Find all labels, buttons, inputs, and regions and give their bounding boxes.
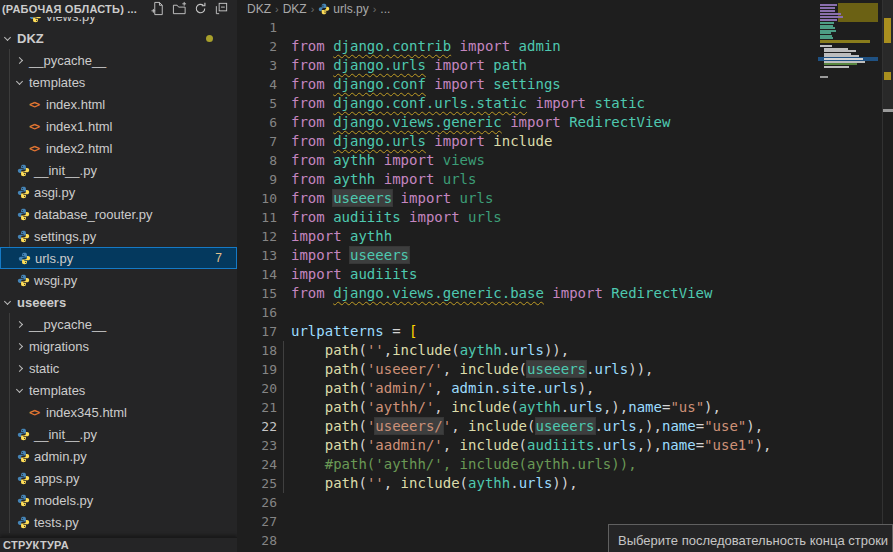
line-number[interactable]: 1 — [237, 18, 277, 37]
tree-item-wsgi-py[interactable]: wsgi.py — [0, 269, 237, 291]
code-token: include — [460, 437, 519, 453]
line-number[interactable]: 27 — [237, 512, 277, 531]
code-line-25[interactable]: path('', include(aythh.urls)), — [291, 474, 578, 493]
line-number[interactable]: 18 — [237, 341, 277, 360]
code-line-20[interactable]: path('admin/', admin.site.urls), — [291, 379, 595, 398]
tree-item-dkz[interactable]: DKZ — [0, 27, 237, 49]
code-line-6[interactable]: from django.views.generic import Redirec… — [291, 113, 670, 132]
code-line-15[interactable]: from django.views.generic.base import Re… — [291, 284, 712, 303]
tree-item-label: admin.py — [34, 449, 87, 464]
tree-item-admin-py[interactable]: admin.py — [0, 445, 237, 467]
collapse-all-icon[interactable] — [214, 1, 229, 16]
tree-item--init-py[interactable]: __init__.py — [0, 423, 237, 445]
breadcrumb-item--[interactable]: ... — [380, 2, 390, 16]
line-number[interactable]: 3 — [237, 56, 277, 75]
line-number[interactable]: 15 — [237, 284, 277, 303]
code-line-5[interactable]: from django.conf.urls.static import stat… — [291, 94, 645, 113]
minimap-bar — [820, 22, 834, 24]
overview-ruler-scrollbar[interactable] — [883, 0, 893, 552]
code-token: import — [291, 266, 350, 282]
tree-item-static[interactable]: static — [0, 357, 237, 379]
code-line-9[interactable]: from aythh import urls — [291, 170, 476, 189]
line-number[interactable]: 8 — [237, 151, 277, 170]
line-number[interactable]: 22 — [237, 417, 277, 436]
code-token: aythh — [350, 228, 392, 244]
tree-item-index345-html[interactable]: <>index345.html — [0, 401, 237, 423]
tree-item-database-roouter-py[interactable]: database_roouter.py — [0, 203, 237, 225]
code-token: . — [586, 361, 594, 377]
line-number[interactable]: 14 — [237, 265, 277, 284]
line-number[interactable]: 7 — [237, 132, 277, 151]
code-line-14[interactable]: import audiiits — [291, 265, 417, 284]
tree-item-useeers[interactable]: useeers — [0, 291, 237, 313]
tree-item-settings-py[interactable]: settings.py — [0, 225, 237, 247]
code-token: 'aythh/' — [367, 399, 434, 415]
line-number[interactable]: 4 — [237, 75, 277, 94]
editor-pane: DKZ›DKZ› urls.py›... 1234567891011121314… — [237, 0, 893, 552]
code-line-2[interactable]: from django.contrib import admin — [291, 37, 561, 56]
code-token: '' — [367, 475, 384, 491]
line-number[interactable]: 11 — [237, 208, 277, 227]
line-number[interactable]: 10 — [237, 189, 277, 208]
code-token: django.views.generic — [333, 114, 502, 130]
code-line-23[interactable]: path('aadmin/', include(audiiits.urls,),… — [291, 436, 772, 455]
tree-item-templates[interactable]: templates — [0, 379, 237, 401]
line-number[interactable]: 2 — [237, 37, 277, 56]
tree-item-index2-html[interactable]: <>index2.html — [0, 137, 237, 159]
outline-section-header[interactable]: СТРУКТУРА — [0, 537, 237, 552]
line-number[interactable]: 26 — [237, 493, 277, 512]
code-line-13[interactable]: import useeers — [291, 246, 409, 265]
tree-item-asgi-py[interactable]: asgi.py — [0, 181, 237, 203]
code-line-7[interactable]: from django.urls import include — [291, 132, 552, 151]
code-line-8[interactable]: from aythh import views — [291, 151, 485, 170]
tree-item-index-html[interactable]: <>index.html — [0, 93, 237, 115]
tree-item-index1-html[interactable]: <>index1.html — [0, 115, 237, 137]
line-number[interactable]: 24 — [237, 455, 277, 474]
tree-item-tests-py[interactable]: tests.py — [0, 511, 237, 533]
code-line-10[interactable]: from useeers import urls — [291, 189, 493, 208]
line-number[interactable]: 17 — [237, 322, 277, 341]
tree-item-migrations[interactable]: migrations — [0, 335, 237, 357]
line-number[interactable]: 9 — [237, 170, 277, 189]
tree-item-urls-py[interactable]: urls.py7 — [0, 247, 237, 269]
code-token: useeers — [536, 418, 595, 434]
line-number[interactable]: 28 — [237, 531, 277, 550]
breadcrumb-item-urls-py[interactable]: urls.py — [318, 2, 368, 16]
line-number[interactable]: 20 — [237, 379, 277, 398]
line-number[interactable]: 16 — [237, 303, 277, 322]
code-token: = — [696, 418, 704, 434]
code-line-3[interactable]: from django.urls import path — [291, 56, 527, 75]
code-line-19[interactable]: path('useeer/', include(useeers.urls)), — [291, 360, 654, 379]
line-number[interactable]: 13 — [237, 246, 277, 265]
minimap[interactable] — [818, 0, 878, 100]
tree-item--pycache-[interactable]: __pycache__ — [0, 313, 237, 335]
line-number[interactable]: 25 — [237, 474, 277, 493]
tree-item-templates[interactable]: templates — [0, 71, 237, 93]
line-number[interactable]: 23 — [237, 436, 277, 455]
code-line-4[interactable]: from django.conf import settings — [291, 75, 561, 94]
breadcrumb-item-dkz[interactable]: DKZ — [247, 2, 271, 16]
tree-item-models-py[interactable]: models.py — [0, 489, 237, 511]
line-number[interactable]: 19 — [237, 360, 277, 379]
new-file-icon[interactable] — [151, 1, 166, 16]
code-line-22[interactable]: path('useeers/', include(useeers.urls,),… — [291, 417, 763, 436]
code-token: ( — [451, 342, 459, 358]
code-line-12[interactable]: import aythh — [291, 227, 392, 246]
code-line-24[interactable]: #path('aythh/', include(aythh.urls)), — [291, 455, 637, 474]
code-line-21[interactable]: path('aythh/', include(aythh.urls,),name… — [291, 398, 721, 417]
line-number[interactable]: 5 — [237, 94, 277, 113]
line-number[interactable]: 6 — [237, 113, 277, 132]
code-token: import — [451, 38, 518, 54]
tree-item-apps-py[interactable]: apps.py — [0, 467, 237, 489]
breadcrumb-item-dkz[interactable]: DKZ — [283, 2, 307, 16]
code-line-17[interactable]: urlpatterns = [ — [291, 322, 417, 341]
code-line-18[interactable]: path('',include(aythh.urls)), — [291, 341, 569, 360]
html-icon: <> — [29, 143, 39, 154]
code-line-11[interactable]: from audiiits import urls — [291, 208, 502, 227]
tree-item--pycache-[interactable]: __pycache__ — [0, 49, 237, 71]
line-number[interactable]: 21 — [237, 398, 277, 417]
refresh-icon[interactable] — [193, 1, 208, 16]
line-number[interactable]: 12 — [237, 227, 277, 246]
tree-item--init-py[interactable]: __init__.py — [0, 159, 237, 181]
new-folder-icon[interactable] — [172, 1, 187, 16]
